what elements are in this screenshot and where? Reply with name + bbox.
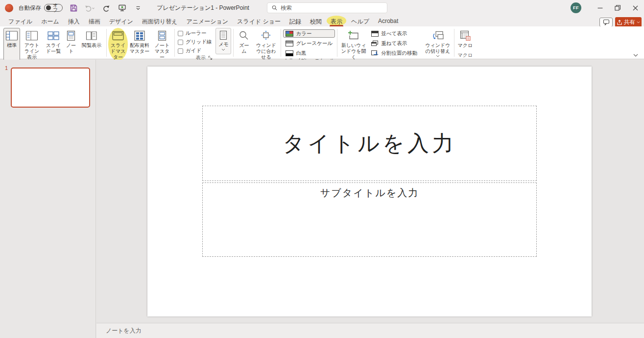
new-window-button[interactable]: 新しいウィンドウを開く [339, 28, 368, 61]
minimize-icon [597, 5, 603, 11]
customize-qat-button[interactable] [133, 2, 143, 13]
group-window: 新しいウィンドウを開く 並べて表示 重ねて表示 分割位置の移動 ウィンドウの [338, 27, 453, 59]
cascade-button[interactable]: 重ねて表示 [369, 39, 420, 47]
collapse-ribbon-button[interactable] [633, 54, 638, 57]
move-split-button[interactable]: 分割位置の移動 [369, 49, 420, 57]
ribbon: 標準 アウトライン表示 スライド一覧 ノート 閲覧表示 プレゼンテーションの表示 [0, 26, 644, 59]
slide-sorter-icon [47, 30, 60, 41]
tab-slideshow[interactable]: スライド ショー [233, 16, 285, 26]
undo-button[interactable] [84, 2, 95, 13]
reading-view-button[interactable]: 閲覧表示 [79, 28, 104, 61]
group-master-views: スライドマスター 配布資料マスター ノートマスター マスター表示 [107, 27, 174, 59]
handout-master-button[interactable]: 配布資料マスター [128, 28, 151, 61]
tab-help[interactable]: ヘルプ [347, 16, 374, 26]
subtitle-placeholder[interactable]: サブタイトルを入力 [202, 182, 537, 257]
tab-design[interactable]: デザイン [105, 16, 138, 26]
notes-master-button[interactable]: ノートマスター [152, 28, 172, 61]
color-icon [286, 31, 293, 37]
search-input[interactable] [281, 5, 382, 11]
notes-page-label: ノート [65, 43, 77, 54]
switch-windows-icon [431, 30, 444, 41]
group-label-macros: マクロ [456, 51, 474, 59]
start-slideshow-button[interactable] [117, 2, 127, 13]
close-icon [633, 5, 638, 11]
tab-draw[interactable]: 描画 [84, 16, 105, 26]
title-placeholder[interactable]: タイトルを入力 [202, 106, 537, 181]
close-button[interactable] [626, 0, 644, 16]
color-button[interactable]: カラー [283, 29, 335, 38]
tab-view[interactable]: 表示 [326, 16, 347, 26]
collapse-ribbon-icon [633, 54, 638, 57]
tab-home[interactable]: ホーム [37, 16, 64, 26]
gridlines-checkbox[interactable]: グリッド線 [178, 39, 212, 45]
reading-view-label: 閲覧表示 [82, 43, 101, 48]
fit-to-window-button[interactable]: ウィンドウに合わせる [253, 28, 279, 61]
autosave-state: オフ [53, 3, 61, 13]
search-box[interactable] [267, 2, 387, 13]
outline-view-button[interactable]: アウトライン表示 [21, 28, 43, 61]
checkbox-icon [178, 31, 183, 36]
gridlines-label: グリッド線 [186, 39, 212, 45]
avatar[interactable]: FF [571, 2, 581, 13]
memo-label: メモ [218, 42, 228, 47]
comments-button[interactable] [599, 18, 613, 27]
autosave-toggle[interactable]: オフ [44, 4, 63, 12]
tab-transitions[interactable]: 画面切り替え [138, 16, 182, 26]
guides-checkbox[interactable]: ガイド [178, 47, 212, 54]
black-white-button[interactable]: 白黒 [283, 49, 335, 57]
chevron-down-icon [637, 21, 640, 23]
save-button[interactable] [68, 2, 79, 13]
reading-view-icon [85, 30, 98, 41]
tab-file[interactable]: ファイル [4, 16, 37, 26]
share-button[interactable]: 共有 [615, 17, 642, 27]
group-show: ルーラー グリッド線 ガイド メモ 表示 [175, 27, 233, 59]
tab-record[interactable]: 記録 [285, 16, 306, 26]
slide-sorter-button[interactable]: スライド一覧 [44, 28, 63, 61]
switch-windows-button[interactable]: ウィンドウの切り替え [424, 28, 452, 61]
notes-pane[interactable]: ノートを入力 [96, 323, 644, 338]
macros-button[interactable]: マクロ [456, 28, 474, 51]
tab-acrobat[interactable]: Acrobat [374, 16, 403, 26]
handout-master-label: 配布資料マスター [129, 43, 150, 54]
switch-windows-label: ウィンドウの切り替え [425, 43, 451, 54]
tab-animations[interactable]: アニメーション [182, 16, 233, 26]
tab-review[interactable]: 校閲 [306, 16, 326, 26]
arrange-all-button[interactable]: 並べて表示 [369, 29, 420, 38]
normal-view-button[interactable]: 標準 [3, 28, 20, 61]
grayscale-label: グレースケール [296, 40, 333, 47]
guides-label: ガイド [186, 47, 201, 54]
notes-master-label: ノートマスター [153, 43, 171, 60]
fit-to-window-label: ウィンドウに合わせる [254, 43, 278, 60]
slide-master-button[interactable]: スライドマスター [109, 28, 127, 61]
titlebar: 自動保存 オフ プレゼンテーション1 - PowerPoint FF [0, 0, 644, 16]
notes-page-button[interactable]: ノート [64, 28, 78, 61]
restore-button[interactable] [609, 0, 626, 16]
show-checkboxes: ルーラー グリッド線 ガイド [177, 28, 213, 54]
group-separator [281, 29, 281, 57]
macros-icon [459, 30, 471, 41]
quick-access-toolbar: 自動保存 オフ プレゼンテーション1 - PowerPoint [5, 2, 249, 13]
black-white-icon [286, 50, 293, 56]
grayscale-button[interactable]: グレースケール [283, 39, 335, 47]
slide-thumbnail[interactable] [11, 68, 90, 108]
checkbox-icon [178, 40, 183, 45]
ruler-checkbox[interactable]: ルーラー [178, 30, 212, 37]
redo-button[interactable] [100, 2, 111, 13]
minimize-button[interactable] [591, 0, 609, 16]
slide-master-label: スライドマスター [110, 43, 126, 60]
outline-view-label: アウトライン表示 [22, 43, 42, 60]
autosave-control[interactable]: 自動保存 オフ [19, 4, 63, 12]
arrange-all-label: 並べて表示 [381, 30, 407, 37]
normal-view-label: 標準 [7, 43, 17, 48]
undo-icon [85, 4, 95, 12]
memo-button[interactable]: メモ [215, 28, 231, 54]
slide-canvas[interactable]: タイトルを入力 サブタイトルを入力 [147, 67, 592, 316]
notes-placeholder: ノートを入力 [106, 327, 142, 335]
zoom-icon [239, 30, 249, 41]
arrange-all-icon [371, 31, 379, 37]
slide-master-icon [112, 30, 124, 41]
zoom-button[interactable]: ズーム [236, 28, 252, 61]
normal-view-icon [5, 30, 18, 41]
restore-icon [615, 5, 620, 11]
tab-insert[interactable]: 挿入 [64, 16, 84, 26]
